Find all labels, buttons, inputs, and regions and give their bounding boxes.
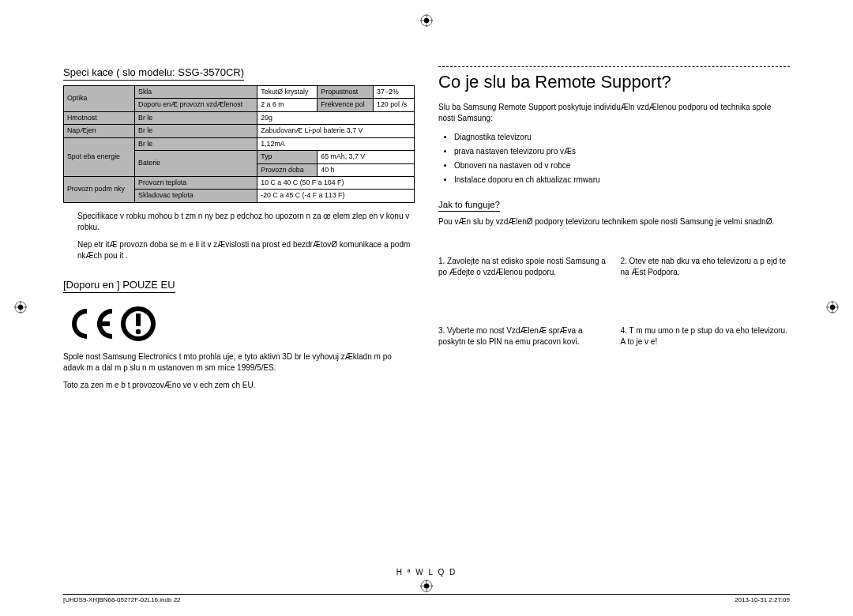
remote-support-heading: Co je slu ba Remote Support? [438,72,790,92]
cell: 65 mAh, 3,7 V [318,151,415,163]
step-1: 1. Zavolejte na st edisko spole nosti Sa… [438,256,608,278]
spec-table: Optika Skla TekutØ krystaly Propustnost … [63,85,415,203]
cell: Skla [135,86,257,99]
eu-section-title: [Doporu en ] POUZE EU [63,279,175,293]
step-3: 3. Vyberte mo nost VzdÆlenÆ sprÆva a pos… [438,325,608,347]
cell: 40 h [318,163,415,176]
feature-list: Diagnostika televizoru prava nastaven te… [438,130,790,187]
step-4: 4. T m mu umo n te p stup do va eho tele… [621,325,791,347]
steps-grid: 1. Zavolejte na st edisko spole nosti Sa… [438,256,790,347]
left-column: Speci kace ( slo modelu: SSG-3570CR) Opt… [63,66,415,397]
footer-timestamp: 2013-10-31 2:27:09 [735,596,790,603]
svg-point-19 [136,329,141,334]
cell: Skladovac teplota [135,190,257,202]
cell: Br le [135,125,257,137]
cell: Optika [64,86,135,112]
remote-support-intro: Slu ba Samsung Remote Support poskytuje … [438,102,790,124]
cell: 29g [257,111,415,124]
list-item: Instalace doporu en ch aktualizac rmwaru [454,173,790,187]
cell: 2 a 6 m [257,99,318,111]
cell: 1,12mA [257,137,415,150]
spec-note-2: Nep etr itÆ provozn doba se m e li it v … [63,239,415,261]
cell: Provozn doba [257,163,318,176]
eu-text-2: Toto za zen m e b t provozovÆno ve v ech… [63,380,415,391]
table-row: Provozn podm nky Provozn teplota 10 C a … [64,176,415,189]
table-row: Optika Skla TekutØ krystaly Propustnost … [64,86,415,99]
table-row: Spot eba energie Br le 1,12mA [64,137,415,150]
registration-mark-icon [420,14,433,28]
step-2: 2. Otev ete nab dku va eho televizoru a … [621,256,791,278]
cell: TekutØ krystaly [257,86,318,99]
columns: Speci kace ( slo modelu: SSG-3570CR) Opt… [63,66,790,397]
dashed-divider: Co je slu ba Remote Support? [438,66,790,92]
table-row: NapÆjen Br le ZabudovanÆ Li-pol baterie … [64,125,415,137]
how-it-works-title: Jak to funguje? [438,200,500,212]
cell: Propustnost [318,86,374,99]
cell: Br le [135,137,257,150]
list-item: Diagnostika televizoru [454,130,790,145]
registration-mark-icon [14,301,27,315]
cell: Frekvence pol [318,99,374,111]
right-column: Co je slu ba Remote Support? Slu ba Sams… [438,66,790,397]
cell: 37−2% [374,86,415,99]
spec-section-title: Speci kace ( slo modelu: SSG-3570CR) [63,66,244,81]
cell: -20 C a 45 C (-4 F a 113 F) [257,190,415,202]
cell: 120 pol /s [374,99,415,111]
registration-mark-icon [420,580,433,594]
table-row: Hmotnost Br le 29g [64,111,415,124]
cell: ZabudovanÆ Li-pol baterie 3,7 V [257,125,415,137]
cell: Provozn podm nky [64,176,135,202]
footer-filename: [UHDS9-XH]BN68-05272F-02L16.indb 22 [63,596,181,603]
spec-note-1: Specifikace v robku mohou b t zm n ny be… [63,211,415,233]
list-item: Obnoven na nastaven od v robce [454,159,790,173]
page-footer-center: H ª W L Q D [396,568,457,577]
svg-rect-16 [97,321,110,326]
cell: Doporu enÆ provozn vzdÆlenost [135,99,257,111]
page: Speci kace ( slo modelu: SSG-3570CR) Opt… [0,0,853,616]
cell: Typ [257,151,318,163]
eu-text-1: Spole nost Samsung Electronics t mto pro… [63,351,415,374]
cell: 10 C a 40 C (50 F a 104 F) [257,176,415,189]
how-it-works-text: Pou vÆn slu by vzdÆlenØ podpory televizo… [438,216,790,227]
svg-rect-18 [136,314,141,326]
cell: NapÆjen [64,125,135,137]
cell: Hmotnost [64,111,135,124]
ce-mark-icon [63,306,166,342]
cell: Provozn teplota [135,176,257,189]
registration-mark-icon [826,301,839,315]
cell: Spot eba energie [64,137,135,176]
page-footer-line: [UHDS9-XH]BN68-05272F-02L16.indb 22 2013… [63,594,790,603]
list-item: prava nastaven televizoru pro vÆs [454,145,790,159]
cell: Br le [135,111,257,124]
ce-mark-row [63,306,415,344]
cell: Baterie [135,151,257,177]
